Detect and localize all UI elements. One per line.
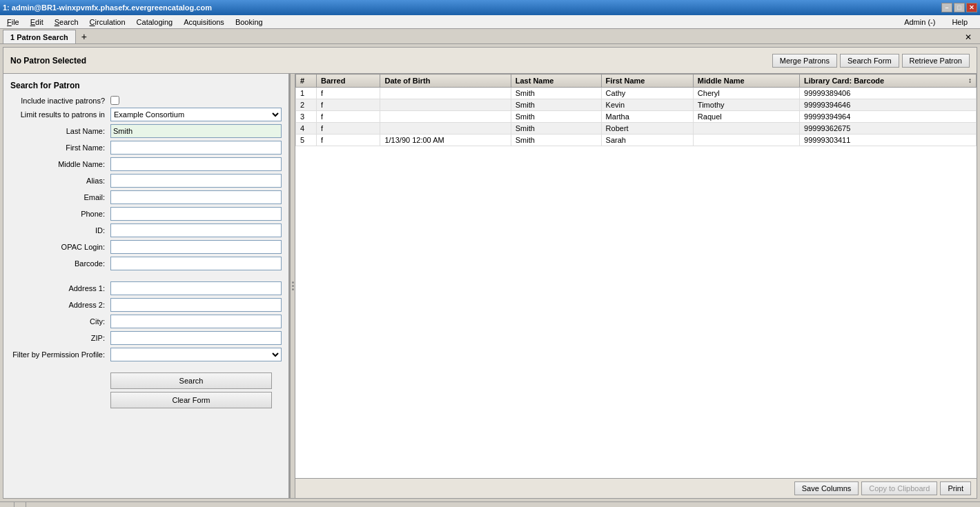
table-row[interactable]: 4fSmithRobert99999362675 — [296, 123, 977, 135]
title-text: 1: admin@BR1-winxpvmfx.phasefx.evergreen… — [3, 3, 212, 12]
search-form-button[interactable]: Search Form — [840, 54, 899, 68]
col-header-barcode[interactable]: Library Card: Barcode ↕ — [800, 74, 977, 88]
zip-input[interactable] — [110, 331, 282, 345]
menu-booking[interactable]: Booking — [230, 17, 268, 28]
last-name-row: Last Name: — [10, 124, 282, 138]
copy-to-clipboard-button[interactable]: Copy to Clipboard — [861, 481, 937, 495]
divider-dot-3 — [292, 288, 294, 290]
table-row[interactable]: 2fSmithKevinTimothy99999394646 — [296, 99, 977, 111]
phone-input[interactable] — [110, 207, 282, 221]
menu-acquisitions[interactable]: Acquisitions — [178, 17, 230, 28]
title-controls: – □ ✕ — [941, 3, 977, 12]
table-row[interactable]: 1fSmithCathyCheryl99999389406 — [296, 88, 977, 99]
cell-r1-c3: Smith — [511, 99, 601, 111]
cell-r3-c6: 99999362675 — [800, 123, 977, 135]
split-divider[interactable] — [290, 74, 295, 498]
opac-login-input[interactable] — [110, 240, 282, 254]
table-row[interactable]: 3fSmithMarthaRaquel99999394964 — [296, 111, 977, 123]
tab-patron-search[interactable]: 1 Patron Search — [3, 30, 76, 43]
opac-login-label: OPAC Login: — [10, 243, 110, 251]
city-input[interactable] — [110, 315, 282, 328]
menu-file[interactable]: File — [1, 17, 25, 28]
menu-edit[interactable]: Edit — [25, 17, 49, 28]
first-name-input[interactable] — [110, 141, 282, 155]
perm-profile-label: Filter by Permission Profile: — [10, 350, 110, 359]
cell-r4-c0: 5 — [296, 135, 317, 146]
cell-r0-c4: Cathy — [601, 88, 693, 99]
cell-r4-c1: f — [317, 135, 380, 146]
email-row: Email: — [10, 190, 282, 204]
barcode-input[interactable] — [110, 257, 282, 270]
address1-row: Address 1: — [10, 281, 282, 295]
cell-r0-c2 — [380, 88, 511, 99]
middle-name-input[interactable] — [110, 157, 282, 171]
last-name-label: Last Name: — [10, 127, 110, 135]
phone-label: Phone: — [10, 210, 110, 218]
maximize-button[interactable]: □ — [954, 3, 965, 12]
patron-bar: No Patron Selected Merge Patrons Search … — [3, 48, 977, 74]
close-tab-x[interactable]: ✕ — [959, 31, 977, 43]
search-button[interactable]: Search — [110, 372, 272, 389]
opac-login-row: OPAC Login: — [10, 240, 282, 254]
barcode-label: Barcode: — [10, 259, 110, 268]
status-segment-1 — [3, 502, 14, 507]
alias-input[interactable] — [110, 174, 282, 188]
alias-label: Alias: — [10, 177, 110, 185]
cell-r4-c3: Smith — [511, 135, 601, 146]
col-header-num[interactable]: # — [296, 74, 317, 88]
cell-r3-c4: Robert — [601, 123, 693, 135]
cell-r3-c3: Smith — [511, 123, 601, 135]
id-label: ID: — [10, 226, 110, 235]
perm-profile-row: Filter by Permission Profile: — [10, 348, 282, 361]
alias-row: Alias: — [10, 174, 282, 188]
results-tbody: 1fSmithCathyCheryl999993894062fSmithKevi… — [296, 88, 977, 146]
col-header-dob[interactable]: Date of Birth — [380, 74, 511, 88]
col-header-firstname[interactable]: First Name — [601, 74, 693, 88]
cell-r0-c6: 99999389406 — [800, 88, 977, 99]
results-panel: # Barred Date of Birth Last Name First N… — [295, 74, 977, 498]
cell-r3-c0: 4 — [296, 123, 317, 135]
limit-results-select[interactable]: Example Consortium — [110, 108, 282, 121]
main-content: No Patron Selected Merge Patrons Search … — [3, 47, 977, 499]
address2-input[interactable] — [110, 298, 282, 312]
menu-circulation[interactable]: Circulation — [84, 17, 131, 28]
cell-r0-c5: Cheryl — [693, 88, 799, 99]
cell-r4-c5 — [693, 135, 799, 146]
minimize-button[interactable]: – — [941, 3, 952, 12]
cell-r1-c6: 99999394646 — [800, 99, 977, 111]
menu-cataloging[interactable]: Cataloging — [131, 17, 179, 28]
results-table-container[interactable]: # Barred Date of Birth Last Name First N… — [295, 74, 977, 478]
new-tab-button[interactable]: + — [76, 30, 92, 43]
merge-patrons-button[interactable]: Merge Patrons — [772, 54, 837, 68]
clear-form-button[interactable]: Clear Form — [110, 392, 272, 408]
include-inactive-label: Include inactive patrons? — [10, 97, 110, 105]
col-header-lastname[interactable]: Last Name — [511, 74, 601, 88]
menu-admin[interactable]: Admin (-) — [899, 17, 941, 28]
email-input[interactable] — [110, 190, 282, 204]
address1-input[interactable] — [110, 281, 282, 295]
title-bar: 1: admin@BR1-winxpvmfx.phasefx.evergreen… — [0, 0, 980, 15]
table-row[interactable]: 5f1/13/90 12:00 AMSmithSarah99999303411 — [296, 135, 977, 146]
menu-search[interactable]: Search — [49, 17, 84, 28]
close-button[interactable]: ✕ — [966, 3, 977, 12]
address1-label: Address 1: — [10, 284, 110, 292]
col-header-middlename[interactable]: Middle Name — [693, 74, 799, 88]
limit-results-row: Limit results to patrons in Example Cons… — [10, 108, 282, 121]
tab-label: 1 Patron Search — [10, 33, 68, 41]
zip-row: ZIP: — [10, 331, 282, 345]
menu-help[interactable]: Help — [946, 17, 973, 28]
id-input[interactable] — [110, 223, 282, 237]
col-resize-icon[interactable]: ↕ — [968, 77, 972, 84]
split-pane: Search for Patron Include inactive patro… — [3, 74, 977, 498]
table-header-row: # Barred Date of Birth Last Name First N… — [296, 74, 977, 88]
print-button[interactable]: Print — [940, 481, 971, 495]
last-name-input[interactable] — [110, 124, 282, 138]
cell-r4-c2: 1/13/90 12:00 AM — [380, 135, 511, 146]
save-columns-button[interactable]: Save Columns — [794, 481, 859, 495]
include-inactive-checkbox[interactable] — [110, 96, 119, 105]
retrieve-patron-button[interactable]: Retrieve Patron — [902, 54, 970, 68]
col-header-barred[interactable]: Barred — [317, 74, 380, 88]
perm-profile-select[interactable] — [110, 348, 282, 361]
cell-r0-c1: f — [317, 88, 380, 99]
cell-r2-c4: Martha — [601, 111, 693, 123]
